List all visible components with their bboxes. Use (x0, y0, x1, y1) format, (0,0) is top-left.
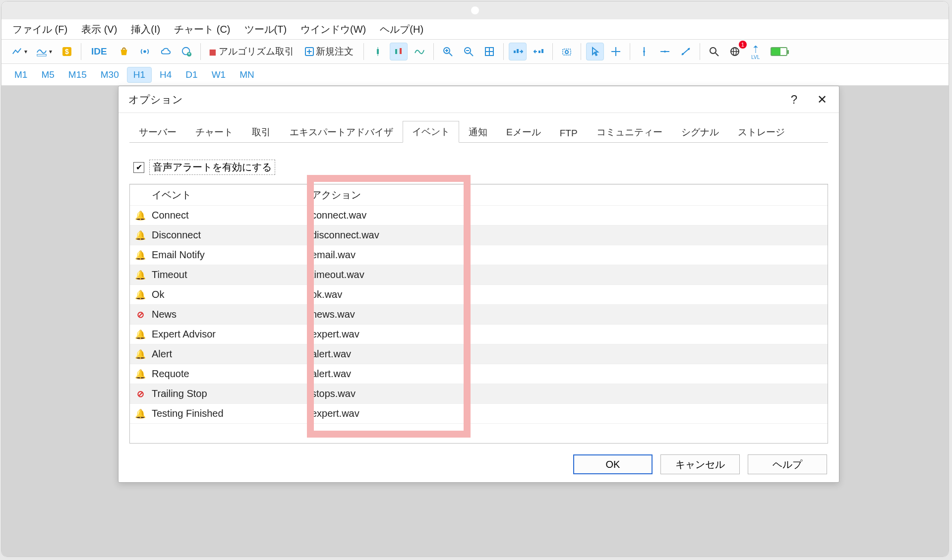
crosshair-icon[interactable] (607, 43, 625, 60)
tf-m1[interactable]: M1 (8, 67, 33, 82)
tab-storage[interactable]: ストレージ (728, 121, 794, 143)
menu-chart[interactable]: チャート (C) (174, 23, 230, 36)
wave-icon[interactable] (411, 43, 428, 60)
tf-h4[interactable]: H4 (154, 67, 178, 82)
table-row[interactable]: 🔔Requotealert.wav (130, 364, 828, 384)
tf-h1[interactable]: H1 (127, 67, 152, 83)
new-order-button[interactable]: + 新規注文 (302, 43, 358, 60)
market-icon[interactable] (115, 43, 133, 60)
event-action[interactable]: timeout.wav (309, 269, 828, 280)
plus-icon: + (305, 47, 314, 56)
table-row[interactable]: 🔔Testing Finishedexpert.wav (130, 403, 828, 423)
event-name: Trailing Stop (151, 388, 309, 399)
table-row[interactable]: ⊘Newsnews.wav (130, 304, 828, 324)
events-table: イベント アクション 🔔Connectconnect.wav🔔Disconnec… (129, 184, 828, 444)
event-action[interactable]: expert.wav (309, 329, 828, 340)
screenshot-icon[interactable] (558, 43, 576, 60)
help-icon[interactable]: ? (791, 93, 797, 107)
cursor-icon[interactable] (586, 43, 604, 60)
disabled-icon: ⊘ (137, 389, 144, 399)
table-row[interactable]: 🔔Disconnectdisconnect.wav (130, 225, 828, 245)
zoom-in-icon[interactable] (439, 43, 457, 60)
ok-button[interactable]: OK (573, 454, 653, 474)
svg-rect-9 (395, 49, 397, 54)
event-action[interactable]: news.wav (309, 309, 828, 320)
indicator-icon[interactable]: ▾ (33, 43, 55, 60)
svg-rect-25 (563, 49, 571, 55)
tab-notify[interactable]: 通知 (459, 121, 497, 143)
table-row[interactable]: 🔔Expert Advisorexpert.wav (130, 324, 828, 344)
menu-file[interactable]: ファイル (F) (12, 23, 67, 36)
event-action[interactable]: connect.wav (309, 210, 828, 221)
cancel-button[interactable]: キャンセル (660, 454, 740, 474)
table-row[interactable]: 🔔Okok.wav (130, 284, 828, 304)
tab-ea[interactable]: エキスパートアドバイザ (280, 121, 403, 143)
globe-notif-icon[interactable] (726, 43, 744, 60)
tf-m5[interactable]: M5 (35, 67, 60, 82)
tab-signals[interactable]: シグナル (672, 121, 728, 143)
enable-sound-label: 音声アラートを有効にする (149, 160, 275, 175)
grid-icon[interactable] (480, 43, 498, 60)
table-row[interactable]: 🔔Email Notifyemail.wav (130, 245, 828, 265)
candle-pair-icon[interactable] (390, 43, 408, 60)
svg-point-30 (643, 51, 645, 53)
ide-button[interactable]: IDE (86, 43, 112, 60)
event-action[interactable]: expert.wav (309, 408, 828, 419)
tf-d1[interactable]: D1 (179, 67, 203, 82)
tab-server[interactable]: サーバー (129, 121, 186, 143)
tab-events[interactable]: イベント (403, 121, 459, 143)
tf-m30[interactable]: M30 (95, 67, 125, 82)
table-row[interactable]: 🔔Alertalert.wav (130, 344, 828, 364)
event-name: Testing Finished (151, 408, 309, 419)
menu-window[interactable]: ウインドウ(W) (300, 23, 366, 36)
event-action[interactable]: disconnect.wav (309, 229, 828, 241)
event-action[interactable]: email.wav (309, 249, 828, 261)
titlebar (1, 1, 949, 19)
tab-community[interactable]: コミュニティー (587, 121, 672, 143)
tab-trade[interactable]: 取引 (242, 121, 280, 143)
help-button[interactable]: ヘルプ (748, 454, 827, 474)
event-action[interactable]: alert.wav (309, 368, 828, 380)
menu-tools[interactable]: ツール(T) (244, 23, 287, 36)
close-icon[interactable]: ✕ (817, 93, 827, 107)
dollar-icon[interactable]: $ (58, 43, 76, 60)
svg-rect-22 (517, 49, 519, 53)
zoom-out-icon[interactable] (460, 43, 477, 60)
autoscroll-icon[interactable] (509, 43, 527, 60)
menu-help[interactable]: ヘルプ(H) (380, 23, 423, 36)
event-name: Disconnect (151, 229, 309, 241)
menu-view[interactable]: 表示 (V) (81, 23, 117, 36)
signal-icon[interactable] (136, 43, 154, 60)
hline-icon[interactable] (656, 43, 674, 60)
algo-trading-button[interactable]: ◼ アルゴリズム取引 (206, 43, 299, 60)
app-window: ファイル (F) 表示 (V) 挿入(I) チャート (C) ツール(T) ウイ… (1, 1, 949, 557)
svg-line-12 (449, 53, 452, 56)
candle-up-icon[interactable] (369, 43, 387, 60)
table-row[interactable]: 🔔Connectconnect.wav (130, 205, 828, 225)
tf-mn[interactable]: MN (234, 67, 260, 82)
tab-chart[interactable]: チャート (186, 121, 242, 143)
trendline-icon[interactable] (677, 43, 695, 60)
menu-insert[interactable]: 挿入(I) (131, 23, 160, 36)
event-action[interactable]: ok.wav (309, 289, 828, 300)
chevron-down-icon: ▾ (49, 48, 52, 55)
svg-rect-24 (541, 49, 543, 53)
globe-plus-icon[interactable]: + (178, 43, 195, 60)
event-name: Requote (151, 368, 309, 380)
bell-icon: 🔔 (135, 210, 146, 221)
event-action[interactable]: stops.wav (309, 388, 828, 399)
search-icon[interactable] (705, 43, 723, 60)
enable-sound-checkbox[interactable]: ✔ (133, 162, 144, 173)
tf-m15[interactable]: M15 (62, 67, 93, 82)
shift-icon[interactable] (530, 43, 547, 60)
table-row[interactable]: 🔔Timeouttimeout.wav (130, 265, 828, 284)
tf-w1[interactable]: W1 (206, 67, 232, 82)
line-chart-icon[interactable]: ▾ (8, 43, 30, 60)
tab-email[interactable]: Eメール (497, 121, 550, 143)
cloud-icon[interactable] (157, 43, 175, 60)
tab-ftp[interactable]: FTP (550, 123, 587, 143)
vline-icon[interactable] (635, 43, 653, 60)
lvl-icon[interactable]: ⇡LVL (747, 43, 765, 60)
event-action[interactable]: alert.wav (309, 348, 828, 360)
table-row[interactable]: ⊘Trailing Stopstops.wav (130, 384, 828, 403)
